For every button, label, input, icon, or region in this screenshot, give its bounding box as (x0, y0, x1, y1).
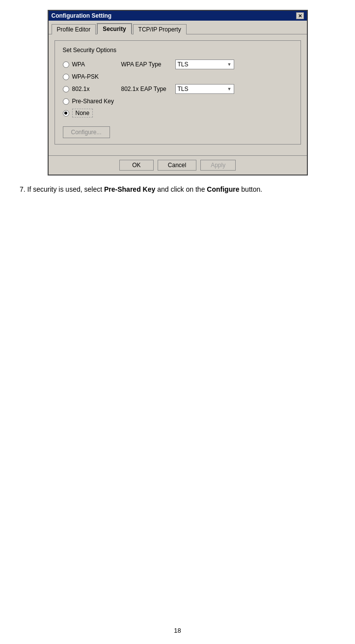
dropdown-8021x-eap[interactable]: TLS ▼ (175, 84, 234, 94)
dialog-body: Set Security Options WPA WPA EAP Type TL… (49, 34, 307, 155)
security-options-box: Set Security Options WPA WPA EAP Type TL… (55, 40, 301, 145)
option-row-none: None (63, 109, 293, 117)
radio-8021x[interactable] (63, 86, 69, 92)
label-8021x: 802.1x (72, 86, 121, 92)
page-number: 18 (174, 627, 181, 634)
radio-wpa[interactable] (63, 61, 69, 68)
tab-bar: Profile Editor Security TCP/IP Property (49, 21, 307, 34)
instruction-text: 7. If security is used, select Pre-Share… (20, 184, 335, 195)
instruction-text-before: If security is used, select (27, 185, 104, 193)
type-label-wpa: WPA EAP Type (121, 61, 175, 68)
radio-none[interactable] (63, 110, 69, 117)
close-button[interactable]: ✕ (296, 12, 304, 19)
label-wpa: WPA (72, 61, 121, 68)
chevron-down-icon: ▼ (227, 87, 232, 91)
configure-button[interactable]: Configure... (63, 126, 110, 138)
dialog-titlebar: Configuration Setting ✕ (49, 11, 307, 21)
chevron-down-icon: ▼ (227, 62, 232, 67)
dialog-title: Configuration Setting (52, 12, 112, 19)
type-label-8021x: 802.1x EAP Type (121, 86, 175, 92)
configuration-dialog: Configuration Setting ✕ Profile Editor S… (48, 10, 308, 176)
instruction-text-middle: and click on the (155, 185, 207, 193)
option-row-pre-shared-key: Pre-Shared Key (63, 98, 293, 105)
cancel-button[interactable]: Cancel (158, 160, 196, 171)
radio-pre-shared-key[interactable] (63, 98, 69, 105)
option-row-wpa: WPA WPA EAP Type TLS ▼ (63, 59, 293, 69)
none-label-box: None (72, 109, 93, 117)
label-pre-shared-key: Pre-Shared Key (72, 98, 121, 105)
radio-wpa-psk[interactable] (63, 74, 69, 80)
tab-tcpip-property[interactable]: TCP/IP Property (133, 24, 187, 34)
apply-button[interactable]: Apply (200, 160, 236, 171)
option-row-wpa-psk: WPA-PSK (63, 73, 293, 80)
ok-button[interactable]: OK (119, 160, 154, 171)
instruction-text-after: button. (239, 185, 262, 193)
instruction-number: 7. (20, 185, 26, 193)
dropdown-wpa-eap[interactable]: TLS ▼ (175, 59, 234, 69)
tab-profile-editor[interactable]: Profile Editor (52, 24, 96, 34)
label-wpa-psk: WPA-PSK (72, 73, 121, 80)
instruction-bold2: Configure (207, 185, 239, 193)
option-row-8021x: 802.1x 802.1x EAP Type TLS ▼ (63, 84, 293, 94)
security-options-title: Set Security Options (63, 47, 293, 54)
dialog-footer: OK Cancel Apply (49, 155, 307, 175)
instruction-bold1: Pre-Shared Key (104, 185, 155, 193)
tab-security[interactable]: Security (97, 23, 132, 34)
